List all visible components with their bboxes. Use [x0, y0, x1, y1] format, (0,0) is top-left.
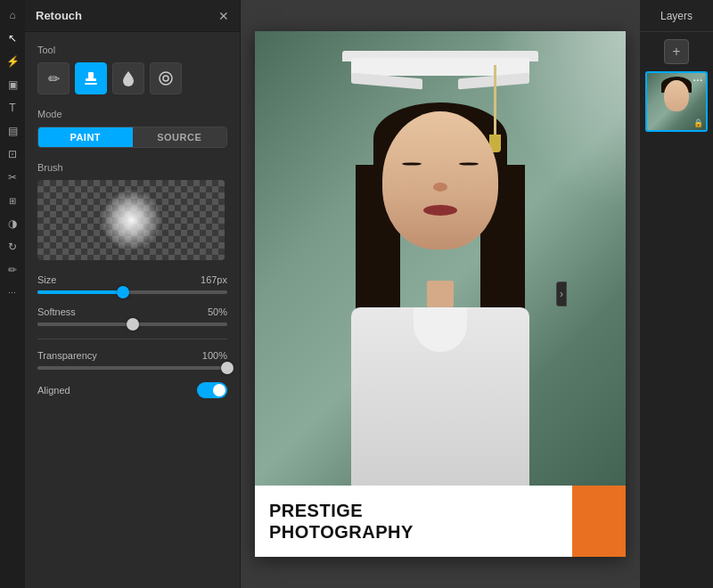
retouch-panel: Retouch ✕ Tool ✏ — [25, 0, 241, 588]
transparency-slider-fill — [37, 366, 227, 370]
layer-item[interactable]: ··· 🔒 — [645, 71, 708, 132]
transparency-slider-row: Transparency 100% — [37, 350, 227, 370]
transparency-value: 100% — [202, 350, 227, 361]
eraser-icon — [158, 70, 174, 86]
tool-row: ✏ — [37, 62, 227, 94]
source-mode-button[interactable]: SOURCE — [133, 127, 227, 147]
layer-options-button[interactable]: ··· — [693, 76, 703, 86]
svg-rect-1 — [86, 78, 96, 81]
gown-collar — [414, 307, 467, 352]
collapse-layers-button[interactable]: › — [556, 282, 567, 306]
close-panel-button[interactable]: ✕ — [218, 9, 229, 23]
size-slider-track[interactable] — [37, 290, 227, 294]
photo-bottom-bar: PRESTIGE PHOTOGRAPHY — [255, 486, 626, 557]
aligned-label: Aligned — [37, 385, 70, 396]
mode-toggle: PAINT SOURCE — [37, 127, 227, 148]
gradient-icon[interactable]: ▤ — [3, 121, 22, 141]
layer-lock-icon: 🔒 — [693, 118, 703, 127]
orange-badge — [572, 486, 626, 557]
layers-panel-title: Layers — [660, 10, 693, 22]
tool-section-label: Tool — [37, 45, 227, 55]
photo-wrapper: PRESTIGE PHOTOGRAPHY — [255, 31, 626, 557]
retouch-body: Tool ✏ Mode — [25, 32, 240, 588]
arrow-tool-icon[interactable]: ↖ — [3, 29, 22, 48]
transparency-slider-thumb[interactable] — [221, 362, 234, 374]
softness-slider-row: Softness 50% — [37, 306, 227, 326]
transparency-label: Transparency — [37, 350, 97, 361]
stamp-icon — [83, 70, 99, 86]
pen-tool-icon[interactable]: ✏ — [3, 260, 22, 280]
main-canvas-area: PRESTIGE PHOTOGRAPHY › — [241, 0, 640, 588]
lips — [423, 205, 457, 216]
nose — [433, 183, 447, 192]
gown — [351, 307, 529, 486]
text-icon[interactable]: T — [3, 98, 22, 118]
size-slider-row: Size 167px — [37, 274, 227, 294]
svg-rect-2 — [85, 83, 97, 85]
circle-half-icon[interactable]: ◑ — [3, 214, 22, 233]
left-eye — [402, 162, 422, 165]
retouch-header: Retouch ✕ — [25, 0, 240, 32]
aligned-row: Aligned — [37, 382, 227, 398]
mode-section-label: Mode — [37, 109, 227, 119]
photo-person — [307, 58, 574, 486]
home-icon[interactable]: ⌂ — [3, 5, 22, 25]
size-label: Size — [37, 274, 56, 285]
size-value: 167px — [201, 274, 227, 285]
drop-icon — [122, 70, 135, 86]
canvas-container: PRESTIGE PHOTOGRAPHY — [241, 0, 640, 588]
panel-title: Retouch — [36, 9, 82, 22]
lightning-icon[interactable]: ⚡ — [3, 52, 22, 71]
svg-point-4 — [163, 76, 168, 81]
transparency-slider-track[interactable] — [37, 366, 227, 370]
paint-mode-button[interactable]: PAINT — [38, 127, 133, 147]
drop-tool-button[interactable] — [112, 62, 144, 94]
spiral-icon[interactable]: ↻ — [3, 237, 22, 257]
softness-slider-track[interactable] — [37, 323, 227, 326]
brush-preview — [37, 180, 225, 260]
brush-tool-button[interactable]: ✏ — [37, 62, 70, 94]
scissors-icon[interactable]: ✂ — [3, 167, 22, 187]
brush-section-label: Brush — [37, 162, 227, 173]
more-tools-icon[interactable]: ⋯ — [3, 283, 22, 303]
tassel-string — [494, 65, 496, 136]
layer-thumb-face — [664, 80, 689, 111]
left-toolbar: ⌂ ↖ ⚡ ▣ T ▤ ⊡ ✂ ⊞ ◑ ↻ ✏ ⋯ — [0, 0, 25, 588]
toggle-thumb — [213, 384, 225, 396]
layers-panel: Layers + ··· 🔒 — [640, 0, 713, 588]
svg-rect-0 — [88, 72, 94, 78]
softness-value: 50% — [208, 306, 227, 317]
softness-slider-fill — [37, 323, 133, 326]
softness-label: Softness — [37, 306, 76, 317]
add-layer-button[interactable]: + — [664, 39, 689, 64]
sliders-icon[interactable]: ⊞ — [3, 191, 22, 210]
svg-point-3 — [160, 72, 172, 85]
crop-icon[interactable]: ⊡ — [3, 144, 22, 164]
layers-icon[interactable]: ▣ — [3, 75, 22, 94]
brush-glow — [100, 189, 162, 251]
right-eye — [459, 162, 479, 165]
size-slider-fill — [37, 290, 123, 294]
photo-background — [255, 31, 626, 557]
aligned-toggle[interactable] — [197, 382, 227, 398]
layers-panel-header: Layers — [640, 0, 713, 32]
cap-board — [351, 58, 529, 76]
size-slider-thumb[interactable] — [117, 286, 129, 298]
photo-watermark-text: PRESTIGE PHOTOGRAPHY — [269, 500, 414, 543]
softness-slider-thumb[interactable] — [127, 318, 139, 331]
eraser-tool-button[interactable] — [150, 62, 182, 94]
face — [382, 111, 498, 249]
neck — [427, 281, 454, 307]
stamp-tool-button[interactable] — [75, 62, 107, 94]
